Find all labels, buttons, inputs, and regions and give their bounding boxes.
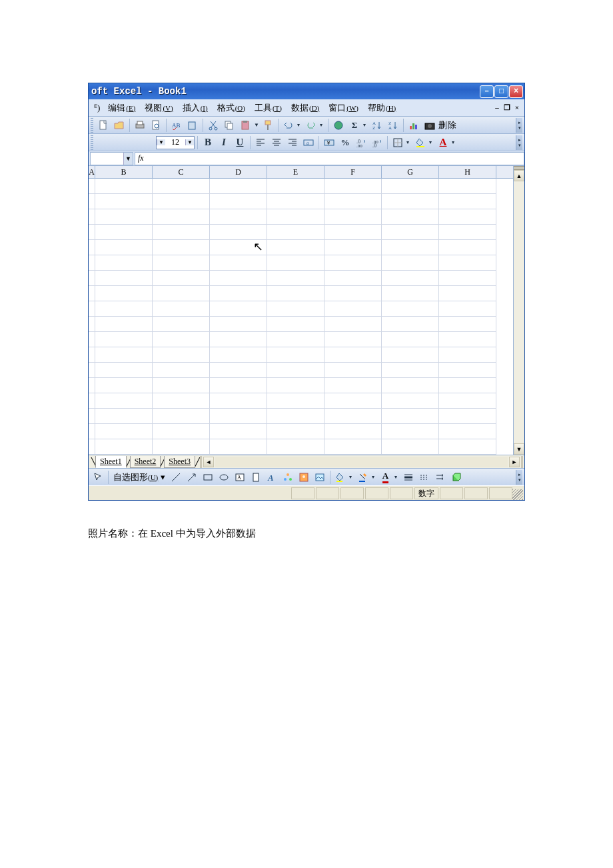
cell[interactable]: [210, 179, 267, 194]
cell[interactable]: [89, 194, 95, 209]
cell[interactable]: [267, 332, 324, 347]
cell[interactable]: [210, 209, 267, 225]
font-dropdown-icon[interactable]: ▼: [157, 139, 165, 145]
cell[interactable]: [89, 363, 95, 378]
cell[interactable]: [153, 240, 210, 255]
cell[interactable]: [95, 393, 153, 409]
cell[interactable]: [89, 179, 95, 194]
undo-dropdown[interactable]: ▾: [297, 122, 303, 128]
currency-icon[interactable]: ￥: [322, 135, 336, 150]
fill-color-draw-icon[interactable]: [333, 470, 348, 485]
cell[interactable]: [210, 255, 267, 271]
cell[interactable]: [95, 194, 153, 209]
sort-asc-icon[interactable]: AZ: [370, 118, 384, 133]
col-f[interactable]: F: [324, 166, 382, 178]
titlebar[interactable]: oft Excel - Book1 – □ ×: [89, 83, 524, 99]
cell[interactable]: [267, 378, 324, 393]
cell[interactable]: [382, 301, 439, 317]
cell[interactable]: [324, 301, 382, 317]
formula-bar[interactable]: fx: [135, 152, 524, 165]
clipart-icon[interactable]: [297, 470, 311, 485]
maximize-button[interactable]: □: [494, 85, 508, 98]
borders-dropdown[interactable]: ▾: [406, 139, 412, 145]
cell[interactable]: [439, 424, 496, 439]
copy-icon[interactable]: [222, 118, 237, 133]
cell[interactable]: [324, 393, 382, 409]
menu-format[interactable]: 格式(O): [213, 101, 249, 115]
cell[interactable]: [267, 209, 324, 225]
cell[interactable]: [324, 317, 382, 332]
cell[interactable]: [439, 409, 496, 424]
bold-button[interactable]: B: [201, 135, 215, 150]
merge-center-icon[interactable]: a: [301, 135, 316, 150]
table-row[interactable]: [89, 240, 513, 255]
cell[interactable]: [324, 194, 382, 209]
cell[interactable]: [95, 332, 153, 347]
cell[interactable]: [210, 286, 267, 301]
cell[interactable]: [267, 240, 324, 255]
table-row[interactable]: [89, 255, 513, 271]
cell[interactable]: [324, 424, 382, 439]
open-icon[interactable]: [112, 118, 127, 133]
line-icon[interactable]: [169, 470, 183, 485]
cell[interactable]: [324, 255, 382, 271]
cell[interactable]: [267, 301, 324, 317]
table-row[interactable]: [89, 393, 513, 409]
percent-icon[interactable]: %: [338, 135, 352, 150]
cell[interactable]: [95, 179, 153, 194]
dash-style-icon[interactable]: [417, 470, 432, 485]
cell[interactable]: [382, 255, 439, 271]
cell[interactable]: [89, 255, 95, 271]
table-row[interactable]: [89, 317, 513, 332]
diagram-icon[interactable]: [281, 470, 295, 485]
cell[interactable]: [210, 393, 267, 409]
cut-icon[interactable]: [206, 118, 221, 133]
format-painter-icon[interactable]: [261, 118, 275, 133]
table-row[interactable]: [89, 179, 513, 194]
sheet-tab-2[interactable]: Sheet2: [130, 456, 161, 468]
cell[interactable]: [95, 286, 153, 301]
increase-decimal-icon[interactable]: .0.00: [354, 135, 368, 150]
cell[interactable]: [210, 363, 267, 378]
cell[interactable]: [382, 194, 439, 209]
cell[interactable]: [153, 347, 210, 363]
hscroll-track[interactable]: [215, 457, 508, 467]
cell[interactable]: [439, 317, 496, 332]
cell[interactable]: [95, 424, 153, 439]
cell[interactable]: [153, 301, 210, 317]
fontcolor-dropdown[interactable]: ▾: [452, 139, 457, 145]
cell[interactable]: [439, 286, 496, 301]
cell[interactable]: [267, 255, 324, 271]
spelling-icon[interactable]: AB: [169, 118, 184, 133]
cell[interactable]: [89, 301, 95, 317]
cell[interactable]: [382, 286, 439, 301]
cell[interactable]: [324, 240, 382, 255]
cell[interactable]: [439, 194, 496, 209]
autoshapes-menu[interactable]: 自选图形(U) ▾: [111, 471, 167, 483]
undo-icon[interactable]: [281, 118, 296, 133]
minimize-button[interactable]: –: [480, 85, 494, 98]
cell[interactable]: [89, 409, 95, 424]
print-icon[interactable]: [133, 118, 147, 133]
redo-icon[interactable]: [304, 118, 318, 133]
fill-dropdown[interactable]: ▾: [429, 139, 434, 145]
table-row[interactable]: [89, 424, 513, 439]
cell[interactable]: [382, 317, 439, 332]
cell[interactable]: [382, 363, 439, 378]
cell[interactable]: [210, 225, 267, 240]
cell[interactable]: [210, 271, 267, 286]
camera-icon[interactable]: [422, 118, 437, 133]
cell[interactable]: [382, 332, 439, 347]
resize-grip[interactable]: [512, 489, 523, 500]
cell[interactable]: [89, 286, 95, 301]
menu-tools[interactable]: 工具(T): [251, 101, 286, 115]
cell[interactable]: [153, 286, 210, 301]
cell[interactable]: [267, 286, 324, 301]
cell[interactable]: [439, 378, 496, 393]
menu-edit[interactable]: 编辑(E): [104, 101, 139, 115]
cell[interactable]: [210, 424, 267, 439]
col-a[interactable]: A: [89, 166, 95, 178]
doc-restore[interactable]: ❐: [504, 103, 510, 112]
cell[interactable]: [324, 409, 382, 424]
cell[interactable]: [95, 225, 153, 240]
